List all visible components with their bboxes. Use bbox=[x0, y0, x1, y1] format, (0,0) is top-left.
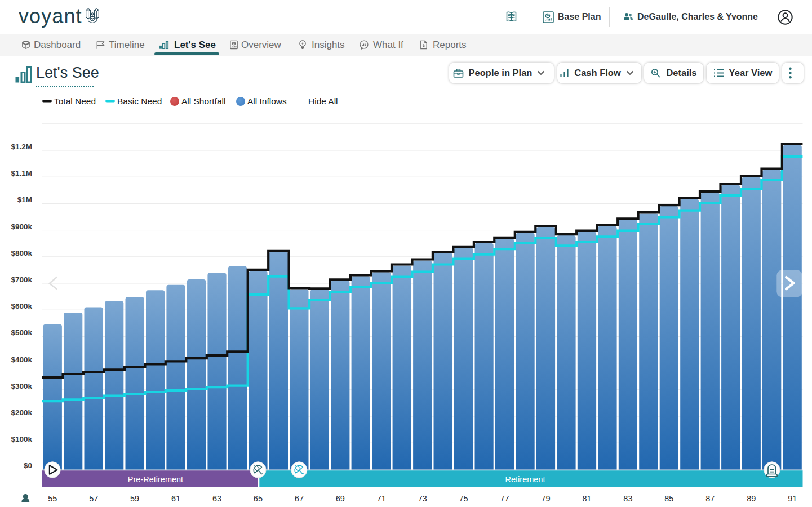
svg-text:$300k: $300k bbox=[11, 382, 32, 390]
svg-text:Retirement: Retirement bbox=[505, 475, 545, 484]
svg-text:$100k: $100k bbox=[11, 435, 32, 443]
svg-text:Pre-Retirement: Pre-Retirement bbox=[128, 475, 183, 484]
svg-text:$600k: $600k bbox=[11, 302, 32, 310]
svg-text:71: 71 bbox=[377, 494, 386, 503]
svg-text:77: 77 bbox=[500, 494, 509, 503]
svg-text:$900k: $900k bbox=[11, 223, 32, 231]
svg-text:$400k: $400k bbox=[11, 355, 32, 364]
svg-text:$200k: $200k bbox=[11, 408, 32, 417]
svg-text:87: 87 bbox=[705, 494, 715, 503]
svg-text:85: 85 bbox=[664, 494, 673, 503]
svg-text:81: 81 bbox=[582, 494, 591, 503]
svg-text:59: 59 bbox=[130, 494, 139, 503]
svg-text:$800k: $800k bbox=[11, 249, 32, 257]
svg-text:61: 61 bbox=[171, 494, 180, 503]
svg-text:$1.1M: $1.1M bbox=[11, 169, 32, 177]
svg-text:83: 83 bbox=[623, 494, 632, 503]
svg-text:63: 63 bbox=[212, 494, 221, 503]
svg-text:79: 79 bbox=[541, 494, 550, 503]
svg-text:69: 69 bbox=[336, 494, 345, 503]
svg-text:89: 89 bbox=[747, 494, 756, 503]
svg-text:$700k: $700k bbox=[11, 275, 32, 284]
svg-text:$1M: $1M bbox=[17, 195, 32, 204]
svg-text:67: 67 bbox=[295, 494, 304, 503]
svg-text:65: 65 bbox=[254, 494, 263, 503]
svg-text:$1.2M: $1.2M bbox=[11, 143, 32, 151]
svg-text:73: 73 bbox=[418, 494, 427, 503]
svg-text:57: 57 bbox=[89, 494, 98, 503]
svg-text:75: 75 bbox=[459, 494, 468, 503]
svg-text:$500k: $500k bbox=[11, 328, 32, 337]
svg-text:91: 91 bbox=[788, 494, 797, 503]
svg-text:55: 55 bbox=[48, 494, 57, 503]
svg-text:$0: $0 bbox=[24, 461, 32, 470]
